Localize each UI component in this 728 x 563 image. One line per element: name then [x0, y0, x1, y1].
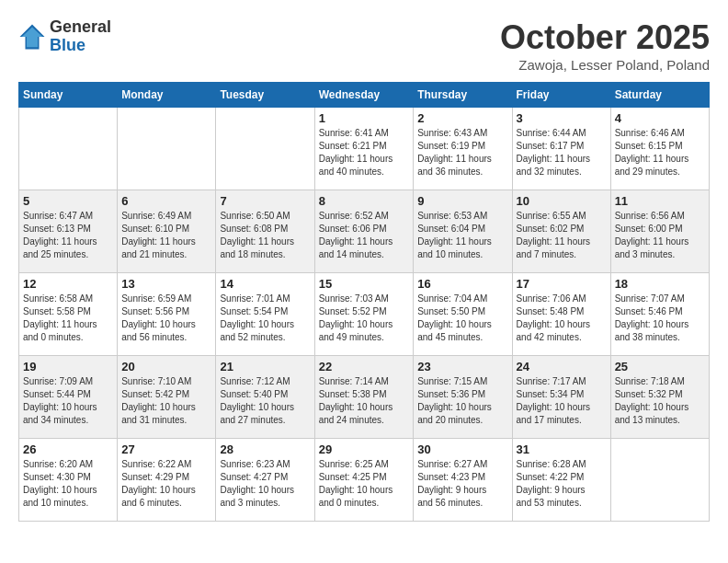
day-info: Sunrise: 7:15 AM Sunset: 5:36 PM Dayligh… [417, 375, 507, 427]
day-info: Sunrise: 7:17 AM Sunset: 5:34 PM Dayligh… [517, 375, 607, 427]
day-info: Sunrise: 6:44 AM Sunset: 6:17 PM Dayligh… [517, 127, 607, 178]
calendar-cell: 19Sunrise: 7:09 AM Sunset: 5:44 PM Dayli… [19, 356, 118, 439]
svg-marker-1 [22, 27, 43, 47]
day-number: 12 [23, 277, 113, 291]
logo-general-text: General [50, 18, 111, 37]
weekday-header-tuesday: Tuesday [216, 83, 314, 108]
logo-blue-text: Blue [50, 37, 111, 55]
day-number: 4 [615, 111, 705, 125]
day-info: Sunrise: 7:18 AM Sunset: 5:32 PM Dayligh… [615, 375, 705, 427]
weekday-header-wednesday: Wednesday [314, 83, 414, 108]
day-number: 6 [121, 194, 211, 208]
day-number: 14 [220, 277, 310, 291]
calendar-cell: 9Sunrise: 6:53 AM Sunset: 6:04 PM Daylig… [414, 190, 512, 273]
week-row-3: 12Sunrise: 6:58 AM Sunset: 5:58 PM Dayli… [19, 273, 710, 356]
calendar-cell: 10Sunrise: 6:55 AM Sunset: 6:02 PM Dayli… [512, 190, 610, 273]
day-number: 29 [319, 442, 410, 456]
day-number: 27 [121, 442, 211, 456]
day-info: Sunrise: 6:55 AM Sunset: 6:02 PM Dayligh… [517, 210, 607, 261]
day-info: Sunrise: 6:27 AM Sunset: 4:23 PM Dayligh… [417, 458, 507, 510]
day-number: 13 [121, 277, 211, 291]
day-number: 23 [417, 360, 507, 373]
calendar-cell: 14Sunrise: 7:01 AM Sunset: 5:54 PM Dayli… [216, 273, 314, 356]
calendar-cell: 16Sunrise: 7:04 AM Sunset: 5:50 PM Dayli… [414, 273, 512, 356]
calendar-table: SundayMondayTuesdayWednesdayThursdayFrid… [18, 82, 710, 522]
page-header: General Blue October 2025 Zawoja, Lesser… [18, 18, 710, 73]
calendar-cell: 2Sunrise: 6:43 AM Sunset: 6:19 PM Daylig… [414, 108, 512, 190]
day-info: Sunrise: 6:56 AM Sunset: 6:00 PM Dayligh… [615, 210, 705, 261]
day-info: Sunrise: 7:07 AM Sunset: 5:46 PM Dayligh… [615, 293, 705, 344]
day-number: 8 [319, 194, 410, 208]
calendar-cell: 6Sunrise: 6:49 AM Sunset: 6:10 PM Daylig… [118, 190, 216, 273]
calendar-cell: 29Sunrise: 6:25 AM Sunset: 4:25 PM Dayli… [314, 439, 414, 522]
calendar-cell [118, 108, 216, 190]
calendar-cell: 31Sunrise: 6:28 AM Sunset: 4:22 PM Dayli… [512, 439, 610, 522]
day-info: Sunrise: 6:23 AM Sunset: 4:27 PM Dayligh… [220, 458, 310, 510]
day-number: 22 [319, 360, 410, 373]
day-number: 2 [417, 111, 507, 125]
calendar-cell: 23Sunrise: 7:15 AM Sunset: 5:36 PM Dayli… [414, 356, 512, 439]
day-number: 18 [615, 277, 705, 291]
day-info: Sunrise: 6:59 AM Sunset: 5:56 PM Dayligh… [121, 293, 211, 344]
calendar-cell: 18Sunrise: 7:07 AM Sunset: 5:46 PM Dayli… [610, 273, 709, 356]
weekday-header-saturday: Saturday [610, 83, 709, 108]
calendar-cell [216, 108, 314, 190]
week-row-4: 19Sunrise: 7:09 AM Sunset: 5:44 PM Dayli… [19, 356, 710, 439]
calendar-cell: 15Sunrise: 7:03 AM Sunset: 5:52 PM Dayli… [314, 273, 414, 356]
calendar-cell: 1Sunrise: 6:41 AM Sunset: 6:21 PM Daylig… [314, 108, 414, 190]
day-number: 10 [517, 194, 607, 208]
day-info: Sunrise: 6:53 AM Sunset: 6:04 PM Dayligh… [417, 210, 507, 261]
day-number: 9 [417, 194, 507, 208]
week-row-1: 1Sunrise: 6:41 AM Sunset: 6:21 PM Daylig… [19, 108, 710, 190]
day-number: 24 [517, 360, 607, 373]
day-number: 5 [23, 194, 113, 208]
calendar-cell: 8Sunrise: 6:52 AM Sunset: 6:06 PM Daylig… [314, 190, 414, 273]
day-info: Sunrise: 6:20 AM Sunset: 4:30 PM Dayligh… [23, 458, 113, 510]
calendar-cell: 26Sunrise: 6:20 AM Sunset: 4:30 PM Dayli… [19, 439, 118, 522]
calendar-cell: 13Sunrise: 6:59 AM Sunset: 5:56 PM Dayli… [118, 273, 216, 356]
day-number: 11 [615, 194, 705, 208]
day-number: 3 [517, 111, 607, 125]
day-number: 28 [220, 442, 310, 456]
logo-text: General Blue [50, 18, 111, 55]
day-number: 1 [319, 111, 410, 125]
calendar-cell: 11Sunrise: 6:56 AM Sunset: 6:00 PM Dayli… [610, 190, 709, 273]
logo-icon [18, 23, 46, 51]
calendar-cell: 22Sunrise: 7:14 AM Sunset: 5:38 PM Dayli… [314, 356, 414, 439]
day-number: 30 [417, 442, 507, 456]
calendar-cell: 5Sunrise: 6:47 AM Sunset: 6:13 PM Daylig… [19, 190, 118, 273]
location-subtitle: Zawoja, Lesser Poland, Poland [500, 57, 710, 73]
day-info: Sunrise: 7:14 AM Sunset: 5:38 PM Dayligh… [319, 375, 410, 427]
day-info: Sunrise: 6:47 AM Sunset: 6:13 PM Dayligh… [23, 210, 113, 261]
day-info: Sunrise: 6:41 AM Sunset: 6:21 PM Dayligh… [319, 127, 410, 178]
calendar-cell: 30Sunrise: 6:27 AM Sunset: 4:23 PM Dayli… [414, 439, 512, 522]
day-info: Sunrise: 7:03 AM Sunset: 5:52 PM Dayligh… [319, 293, 410, 344]
weekday-header-monday: Monday [118, 83, 216, 108]
day-info: Sunrise: 6:58 AM Sunset: 5:58 PM Dayligh… [23, 293, 113, 344]
calendar-cell: 28Sunrise: 6:23 AM Sunset: 4:27 PM Dayli… [216, 439, 314, 522]
month-title: October 2025 [500, 18, 710, 57]
week-row-2: 5Sunrise: 6:47 AM Sunset: 6:13 PM Daylig… [19, 190, 710, 273]
weekday-header-thursday: Thursday [414, 83, 512, 108]
day-info: Sunrise: 6:50 AM Sunset: 6:08 PM Dayligh… [220, 210, 310, 261]
calendar-cell: 7Sunrise: 6:50 AM Sunset: 6:08 PM Daylig… [216, 190, 314, 273]
day-number: 16 [417, 277, 507, 291]
calendar-cell [19, 108, 118, 190]
calendar-cell: 27Sunrise: 6:22 AM Sunset: 4:29 PM Dayli… [118, 439, 216, 522]
day-info: Sunrise: 7:01 AM Sunset: 5:54 PM Dayligh… [220, 293, 310, 344]
day-info: Sunrise: 7:09 AM Sunset: 5:44 PM Dayligh… [23, 375, 113, 427]
day-number: 7 [220, 194, 310, 208]
day-number: 25 [615, 360, 705, 373]
calendar-cell [610, 439, 709, 522]
calendar-cell: 12Sunrise: 6:58 AM Sunset: 5:58 PM Dayli… [19, 273, 118, 356]
calendar-cell: 24Sunrise: 7:17 AM Sunset: 5:34 PM Dayli… [512, 356, 610, 439]
day-number: 21 [220, 360, 310, 373]
weekday-header-friday: Friday [512, 83, 610, 108]
day-info: Sunrise: 6:49 AM Sunset: 6:10 PM Dayligh… [121, 210, 211, 261]
day-info: Sunrise: 7:12 AM Sunset: 5:40 PM Dayligh… [220, 375, 310, 427]
week-row-5: 26Sunrise: 6:20 AM Sunset: 4:30 PM Dayli… [19, 439, 710, 522]
day-number: 19 [23, 360, 113, 373]
day-info: Sunrise: 6:43 AM Sunset: 6:19 PM Dayligh… [417, 127, 507, 178]
day-info: Sunrise: 6:28 AM Sunset: 4:22 PM Dayligh… [517, 458, 607, 510]
calendar-cell: 25Sunrise: 7:18 AM Sunset: 5:32 PM Dayli… [610, 356, 709, 439]
